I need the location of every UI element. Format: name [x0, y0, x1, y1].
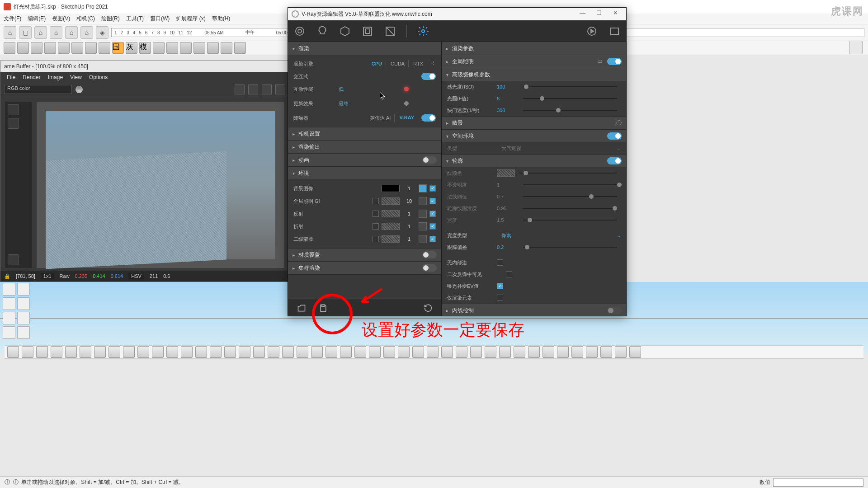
sphere-icon[interactable]	[75, 86, 83, 93]
tab-materials-icon[interactable]	[293, 25, 306, 38]
frame-buffer-viewport[interactable]	[37, 102, 284, 268]
bt-icon[interactable]	[340, 346, 352, 358]
iso-value[interactable]: 100	[497, 84, 519, 89]
bt-icon[interactable]	[514, 346, 525, 358]
gi-toggle[interactable]	[607, 58, 622, 65]
fnum-slider[interactable]	[523, 98, 617, 99]
zoom-icon[interactable]	[3, 297, 15, 310]
rollout-gi[interactable]: ▸全局照明⇄	[442, 55, 626, 68]
menu-extensions[interactable]: 扩展程序 (x)	[176, 15, 205, 23]
rollout-inner-line[interactable]: ▸内线控制	[442, 304, 626, 316]
tool-icon[interactable]	[193, 42, 205, 54]
zoom-mode[interactable]: 1x1	[41, 273, 54, 279]
bt-icon[interactable]	[80, 346, 91, 358]
walk-icon[interactable]	[3, 326, 15, 339]
fnum-value[interactable]: 8	[497, 96, 519, 101]
engine-rtx[interactable]: RTX	[410, 60, 427, 67]
search-icon[interactable]	[8, 254, 19, 265]
shutter-slider[interactable]	[523, 110, 617, 111]
normal-slider[interactable]	[523, 196, 617, 197]
tool-icon[interactable]: 国	[112, 42, 124, 54]
bt-icon[interactable]	[326, 346, 337, 358]
menu-tools[interactable]: 工具(T)	[126, 15, 144, 23]
tool-icon[interactable]	[207, 42, 219, 54]
perf-slider[interactable]	[404, 87, 409, 91]
viewport-render-icon[interactable]	[608, 25, 621, 38]
engine-cuda[interactable]: CUDA	[387, 60, 409, 67]
rollout-animation[interactable]: ▸动画	[288, 154, 441, 166]
round-slider[interactable]	[523, 208, 617, 209]
type-value[interactable]: 大气透视	[501, 145, 521, 152]
bt-icon[interactable]	[210, 346, 222, 358]
bt-icon[interactable]	[499, 346, 511, 358]
reflect-override[interactable]	[373, 211, 379, 217]
bt-icon[interactable]	[36, 346, 48, 358]
bt-icon[interactable]	[282, 346, 294, 358]
width-value[interactable]: 1.5	[497, 217, 519, 223]
bt-icon[interactable]	[485, 346, 496, 358]
hand-icon[interactable]	[17, 283, 30, 296]
bt-icon[interactable]	[629, 346, 641, 358]
bt-icon[interactable]	[557, 346, 569, 358]
bt-icon[interactable]	[615, 346, 627, 358]
bt-icon[interactable]	[369, 346, 381, 358]
menu-edit[interactable]: 编辑(E)	[28, 15, 46, 23]
bt-icon[interactable]	[542, 346, 554, 358]
menu-draw[interactable]: 绘图(R)	[101, 15, 120, 23]
gi-check[interactable]	[429, 198, 436, 204]
reflect-tex-icon[interactable]	[419, 210, 427, 218]
outline-toggle[interactable]	[607, 157, 622, 164]
rollout-swarm[interactable]: ▸集群渲染	[288, 262, 441, 274]
tool-icon[interactable]	[221, 42, 232, 54]
house-icon[interactable]: ▢	[19, 26, 32, 39]
rollout-adv-camera[interactable]: ▾高级摄像机参数	[442, 68, 626, 81]
width-slider[interactable]	[523, 220, 617, 221]
gi-color[interactable]	[382, 197, 400, 205]
bt-icon[interactable]	[253, 346, 265, 358]
iso-slider[interactable]	[523, 86, 617, 87]
bg-check[interactable]	[429, 185, 436, 192]
rollout-render-params[interactable]: ▸渲染参数	[442, 42, 626, 55]
value-input[interactable]	[773, 479, 863, 487]
bt-icon[interactable]	[456, 346, 467, 358]
home-icon[interactable]: ⌂	[4, 26, 16, 39]
refract-tex-icon[interactable]	[419, 222, 427, 230]
bt-icon[interactable]	[412, 346, 424, 358]
menu-camera[interactable]: 相机(C)	[76, 15, 95, 23]
rollout-environment[interactable]: ▾环境	[288, 167, 441, 179]
rollout-dof[interactable]: ▸散景ⓘ	[442, 117, 626, 129]
tool-icon[interactable]	[4, 42, 15, 54]
reset-icon[interactable]	[424, 304, 433, 313]
bg-tex-icon[interactable]	[419, 184, 427, 192]
close-button[interactable]: ✕	[608, 9, 623, 19]
rollout-material-override[interactable]: ▸材质覆盖	[288, 249, 441, 261]
second-reflect-check[interactable]	[506, 271, 512, 277]
bt-icon[interactable]	[354, 346, 366, 358]
mat-override-toggle[interactable]	[422, 251, 437, 258]
secondary-color[interactable]	[382, 235, 400, 243]
line-color-swatch[interactable]	[497, 169, 515, 177]
bt-icon[interactable]	[65, 346, 77, 358]
bt-icon[interactable]	[108, 346, 120, 358]
tool-icon[interactable]	[153, 42, 165, 54]
refract-color[interactable]	[382, 223, 400, 230]
bt-icon[interactable]	[94, 346, 106, 358]
minimize-button[interactable]: —	[576, 9, 590, 19]
tool-icon[interactable]	[58, 42, 70, 54]
house4-icon[interactable]: ⌂	[65, 26, 78, 39]
bt-icon[interactable]	[152, 346, 164, 358]
bt-icon[interactable]	[123, 346, 135, 358]
tool-icon[interactable]	[234, 42, 246, 54]
fb-menu-file[interactable]: File	[7, 74, 15, 80]
engine-cpu[interactable]: CPU	[368, 60, 386, 67]
reflect-color[interactable]	[382, 210, 400, 217]
animation-toggle[interactable]	[422, 156, 437, 164]
rollout-outline[interactable]: ▾轮廓	[442, 155, 626, 167]
select-icon[interactable]	[3, 283, 15, 296]
shutter-value[interactable]: 300	[497, 108, 519, 113]
swarm-toggle[interactable]	[422, 264, 437, 272]
orbit-icon[interactable]	[3, 312, 15, 324]
secondary-check[interactable]	[429, 236, 436, 242]
update-slider[interactable]	[404, 101, 409, 106]
tab-textures-icon[interactable]	[361, 25, 374, 38]
